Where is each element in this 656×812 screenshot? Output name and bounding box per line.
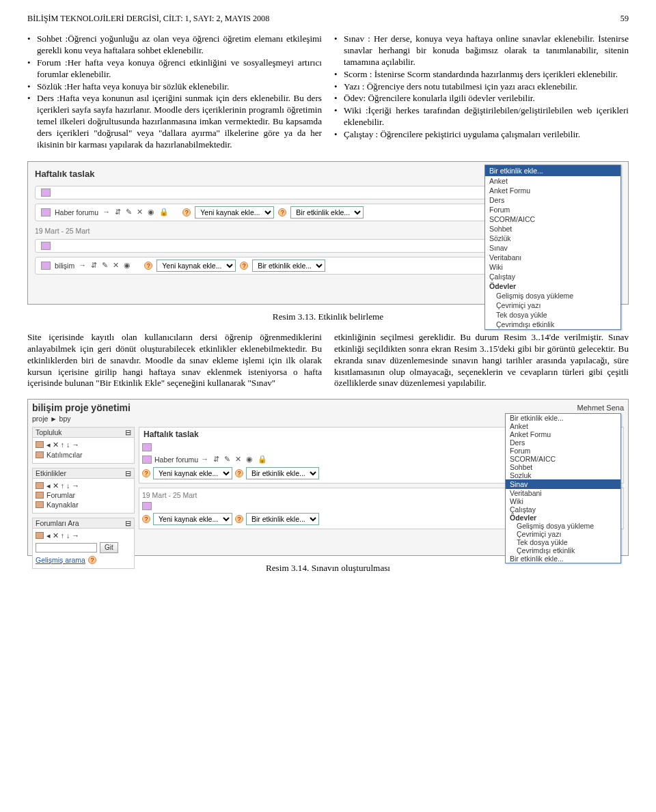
- panel-action-icons[interactable]: ◂ ✕ ↑ ↓ →: [36, 531, 131, 540]
- sidebar-item-katilimcilar[interactable]: Katılımcılar: [46, 450, 83, 460]
- forum-icon: [41, 208, 51, 216]
- panel-action-icons[interactable]: ◂ ✕ ↑ ↓ →: [36, 440, 131, 449]
- bullet-text: Wiki :İçeriği herkes tarafından değiştir…: [344, 105, 629, 128]
- right-column: Sınav : Her derse, konuya veya haftaya o…: [334, 33, 629, 152]
- fig13-dropdown[interactable]: Bir etkinlik ekle... Anket Anket Formu D…: [484, 165, 621, 330]
- bullet: Ders :Hafta veya konunun asıl içeriğini …: [27, 93, 322, 150]
- dropdown-item[interactable]: Forum: [485, 205, 620, 214]
- bullet: Sözlük :Her hafta veya konuya bir sözlük…: [27, 81, 322, 93]
- dropdown-item[interactable]: Anket: [485, 176, 620, 186]
- dropdown-sub[interactable]: Gelişmiş dosya yükleme: [485, 291, 620, 300]
- dropdown-item[interactable]: Bir etkinlik ekle...: [506, 414, 620, 422]
- dropdown-sub[interactable]: Çevrimiçi yazı: [485, 300, 620, 310]
- dropdown-item[interactable]: Sohbet: [485, 224, 620, 234]
- bullet-text: Ödev: Öğrencilere konularla ilgili ödevl…: [344, 93, 629, 104]
- collapse-icon[interactable]: ⊟: [125, 469, 131, 477]
- dropdown-item[interactable]: Çalıştay: [506, 505, 620, 514]
- user-name[interactable]: Mehmet Sena: [577, 404, 624, 412]
- dropdown-group: Ödevler: [485, 281, 620, 291]
- row-action-icons[interactable]: → ⇵ ✎ ✕ ◉: [79, 261, 132, 270]
- edit-icon[interactable]: [142, 443, 152, 451]
- dropdown-sub[interactable]: Tek dosya yükle: [485, 310, 620, 320]
- help-icon[interactable]: ?: [235, 515, 243, 523]
- help-icon[interactable]: ?: [240, 262, 248, 270]
- bullet: Ödev: Öğrencilere konularla ilgili ödevl…: [334, 93, 629, 104]
- person-icon: [36, 451, 44, 458]
- select-kaynak-2[interactable]: Yeni kaynak ekle...: [156, 260, 236, 272]
- bullet-text: Sohbet :Öğrenci yoğunluğu az olan veya ö…: [37, 33, 322, 57]
- select-etkinlik-2[interactable]: Bir etkinlik ekle...: [252, 260, 325, 272]
- dropdown-item[interactable]: Sohbet: [506, 463, 620, 471]
- collapse-icon[interactable]: ⊟: [125, 519, 131, 527]
- dropdown-sub[interactable]: Çevrimdışı etkinlik: [485, 320, 620, 329]
- dropdown-item[interactable]: Veritabani: [506, 489, 620, 497]
- dropdown-item[interactable]: Çalıştay: [485, 272, 620, 281]
- dropdown-item[interactable]: Ders: [506, 438, 620, 447]
- panel-title: Forumları Ara: [36, 519, 79, 527]
- dropdown-sub[interactable]: Çevrimiçi yazı: [506, 530, 620, 538]
- dropdown-item[interactable]: Anket Formu: [485, 186, 620, 195]
- bullet: Yazı : Öğrenciye ders notu tutabilmesi i…: [334, 81, 629, 93]
- git-button[interactable]: Git: [100, 542, 118, 553]
- help-icon[interactable]: ?: [144, 262, 152, 270]
- row-action-icons[interactable]: → ⇵ ✎ ✕ ◉ 🔒: [201, 454, 269, 464]
- mid-right-col: etkinliğinin seçilmesi gereklidir. Bu du…: [334, 332, 629, 389]
- row-action-icons[interactable]: → ⇵ ✎ ✕ ◉ 🔒: [102, 208, 170, 216]
- dropdown-item[interactable]: Wiki: [485, 262, 620, 272]
- resources-icon: [36, 501, 44, 508]
- body-columns-top: Sohbet :Öğrenci yoğunluğu az olan veya ö…: [27, 33, 629, 152]
- dropdown-group: Ödevler: [506, 514, 620, 522]
- figure-3-13: Haftalık taslak Haber forumu → ⇵ ✎ ✕ ◉ 🔒…: [27, 161, 629, 305]
- haber-forumu-label[interactable]: Haber forumu: [55, 208, 98, 216]
- help-icon[interactable]: ?: [278, 208, 286, 216]
- dropdown-footer[interactable]: Bir etkinlik ekle...: [506, 555, 620, 563]
- edit-icon[interactable]: [41, 188, 51, 197]
- dropdown-item[interactable]: Ders: [485, 195, 620, 205]
- select-kaynak-1[interactable]: Yeni kaynak ekle...: [195, 206, 274, 219]
- dropdown-item[interactable]: Anket: [506, 422, 620, 430]
- dropdown-item[interactable]: Wiki: [506, 497, 620, 505]
- help-icon[interactable]: ?: [235, 469, 243, 477]
- edit-icon[interactable]: [142, 502, 152, 510]
- dropdown-sub[interactable]: Gelişmiş dosya yükleme: [506, 522, 620, 530]
- collapse-icon[interactable]: ⊟: [125, 428, 131, 436]
- advanced-search-link[interactable]: Gelişmiş arama: [36, 555, 85, 565]
- journal-title: BİLİŞİM TEKNOLOJİLERİ DERGİSİ, CİLT: 1, …: [27, 14, 269, 24]
- haber-forumu-link[interactable]: Haber forumu: [154, 455, 198, 464]
- dropdown-item[interactable]: Veritabanı: [485, 253, 620, 262]
- dropdown-item[interactable]: Anket Formu: [506, 430, 620, 438]
- search-input[interactable]: [36, 543, 97, 552]
- fig14-header: bilişim proje yönetimi Mehmet Sena: [32, 402, 624, 413]
- dropdown-item[interactable]: Forum: [506, 447, 620, 455]
- page-header: BİLİŞİM TEKNOLOJİLERİ DERGİSİ, CİLT: 1, …: [27, 14, 629, 24]
- select-kaynak[interactable]: Yeni kaynak ekle...: [153, 467, 232, 479]
- fig14-sidebar: Topluluk⊟ ◂ ✕ ↑ ↓ → Katılımcılar Etkinli…: [32, 427, 135, 569]
- select-etkinlik-1[interactable]: Bir etkinlik ekle...: [290, 206, 364, 219]
- left-bullets: Sohbet :Öğrenci yoğunluğu az olan veya ö…: [27, 33, 322, 151]
- forums-icon: [36, 492, 44, 499]
- dropdown-item[interactable]: Sınav: [485, 243, 620, 253]
- select-etkinlik-2[interactable]: Bir etkinlik ekle...: [246, 513, 319, 525]
- panel-action-icons[interactable]: ◂ ✕ ↑ ↓ →: [36, 481, 131, 490]
- help-icon[interactable]: ?: [142, 469, 150, 477]
- body-columns-mid: Site içerisinde kayıtlı olan kullanıcıla…: [27, 332, 629, 389]
- bilisim-label[interactable]: bilişim: [55, 262, 74, 270]
- sidebar-item-kaynaklar[interactable]: Kaynaklar: [46, 500, 79, 509]
- dropdown-item[interactable]: SCORM/AICC: [485, 214, 620, 224]
- fig14-dropdown[interactable]: Bir etkinlik ekle... Anket Anket Formu D…: [505, 413, 621, 563]
- dropdown-sub[interactable]: Çevrimdışı etkinlik: [506, 546, 620, 555]
- dropdown-item-selected[interactable]: Sinav: [506, 479, 620, 489]
- help-icon[interactable]: ?: [182, 208, 191, 216]
- help-icon[interactable]: ?: [142, 515, 150, 523]
- dropdown-item[interactable]: SCORM/AICC: [506, 455, 620, 463]
- help-icon[interactable]: ?: [88, 556, 96, 564]
- edit-icon[interactable]: [41, 242, 51, 250]
- right-bullets: Sınav : Her derse, konuya veya haftaya o…: [334, 33, 629, 141]
- select-kaynak-2[interactable]: Yeni kaynak ekle...: [153, 513, 232, 525]
- sidebar-item-forumlar[interactable]: Forumlar: [46, 490, 75, 500]
- dropdown-sub[interactable]: Tek dosya yükle: [506, 538, 620, 546]
- dropdown-item[interactable]: Sozluk: [506, 471, 620, 479]
- dropdown-item[interactable]: Sözlük: [485, 234, 620, 243]
- select-etkinlik[interactable]: Bir etkinlik ekle...: [246, 467, 319, 479]
- bullet: Sohbet :Öğrenci yoğunluğu az olan veya ö…: [27, 33, 322, 57]
